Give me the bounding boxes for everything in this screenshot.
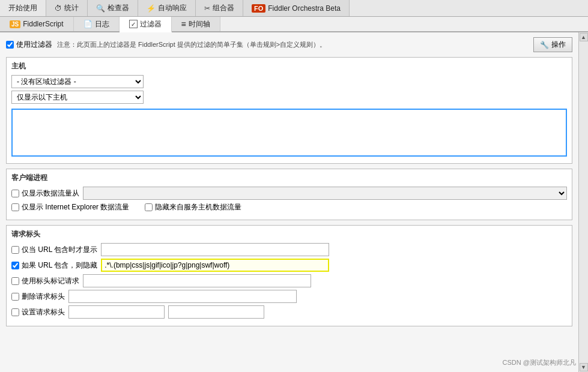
hide-when-url-input[interactable] bbox=[101, 259, 329, 272]
fo-badge: FO bbox=[252, 4, 265, 13]
inspector-icon: 🔍 bbox=[96, 4, 105, 13]
host-textarea[interactable] bbox=[11, 109, 567, 157]
host-display-select[interactable]: 仅显示以下主机 隐藏以下主机 bbox=[11, 91, 144, 104]
ie-traffic-label[interactable]: 仅显示 Internet Explorer 数据流量 bbox=[11, 202, 129, 212]
filter-check-icon: ✓ bbox=[129, 20, 138, 28]
hide-when-url-row: 如果 URL 包含，则隐藏 bbox=[11, 259, 567, 272]
set-header-name-input[interactable] bbox=[68, 305, 165, 319]
request-headers-section: 请求标头 仅当 URL 包含时才显示 如果 URL 包含，则隐藏 bbox=[6, 225, 572, 326]
hide-service-label[interactable]: 隐藏来自服务主机数据流量 bbox=[145, 202, 241, 212]
delete-header-checkbox[interactable] bbox=[11, 293, 19, 301]
main-content: 使用过滤器 注意：此页面上的过滤器是 FiddlerScript 提供的过滤的简… bbox=[0, 32, 588, 372]
tab-timeline-label: 时间轴 bbox=[189, 19, 210, 29]
hide-service-checkbox[interactable] bbox=[145, 203, 153, 211]
action-button[interactable]: 🔧 操作 bbox=[533, 37, 572, 52]
host-section-title: 主机 bbox=[11, 61, 567, 71]
mark-header-row: 使用标头标记请求 bbox=[11, 274, 567, 287]
set-header-label[interactable]: 设置请求标头 bbox=[11, 307, 65, 317]
mark-header-input[interactable] bbox=[83, 274, 311, 287]
tab-composer-label: 组合器 bbox=[213, 3, 234, 13]
tab-log[interactable]: 📄 日志 bbox=[74, 17, 120, 31]
use-filter-label: 使用过滤器 bbox=[16, 40, 52, 50]
hide-when-url-label[interactable]: 如果 URL 包含，则隐藏 bbox=[11, 260, 97, 271]
delete-header-input[interactable] bbox=[68, 290, 297, 303]
set-header-value-input[interactable] bbox=[168, 305, 264, 319]
filter-panel: 使用过滤器 注意：此页面上的过滤器是 FiddlerScript 提供的过滤的简… bbox=[0, 32, 578, 372]
tab-inspector-label: 检查器 bbox=[108, 3, 129, 13]
show-when-url-label[interactable]: 仅当 URL 包含时才显示 bbox=[11, 245, 97, 255]
action-icon: 🔧 bbox=[540, 41, 549, 49]
log-icon: 📄 bbox=[83, 20, 92, 28]
use-filter-checkbox[interactable]: 使用过滤器 bbox=[6, 40, 52, 50]
stats-icon: ⏱ bbox=[55, 4, 62, 13]
tab-start[interactable]: 开始使用 bbox=[0, 0, 46, 16]
show-when-url-checkbox[interactable] bbox=[11, 246, 19, 254]
second-tab-bar: JS FiddlerScript 📄 日志 ✓ 过滤器 ≡ 时间轴 bbox=[0, 17, 588, 32]
tab-fiddler-orchestra[interactable]: FO Fiddler Orchestra Beta bbox=[243, 0, 350, 16]
show-traffic-label[interactable]: 仅显示数据流量从 bbox=[11, 188, 79, 199]
js-badge: JS bbox=[10, 20, 20, 28]
show-traffic-row: 仅显示数据流量从 bbox=[11, 187, 567, 200]
ie-traffic-row: 仅显示 Internet Explorer 数据流量 隐藏来自服务主机数据流量 bbox=[11, 202, 567, 212]
set-header-checkbox[interactable] bbox=[11, 308, 19, 316]
ie-traffic-checkbox[interactable] bbox=[11, 203, 19, 211]
tab-auto-respond-label: 自动响应 bbox=[158, 3, 187, 13]
tab-timeline[interactable]: ≡ 时间轴 bbox=[172, 17, 220, 31]
host-filter-row: - 没有区域过滤器 - 仅显示内网主机 仅显示外网主机 bbox=[11, 75, 567, 88]
mark-header-label[interactable]: 使用标头标记请求 bbox=[11, 276, 79, 286]
client-process-title: 客户端进程 bbox=[11, 173, 567, 183]
show-when-url-input[interactable] bbox=[101, 243, 329, 256]
tab-stats-label: 统计 bbox=[64, 3, 79, 13]
notice-bar: 使用过滤器 注意：此页面上的过滤器是 FiddlerScript 提供的过滤的简… bbox=[6, 37, 572, 52]
watermark: CSDN @测试架构师北凡 bbox=[503, 358, 576, 367]
set-header-row: 设置请求标头 bbox=[11, 305, 567, 319]
tab-filter-label: 过滤器 bbox=[140, 19, 162, 29]
process-select[interactable] bbox=[83, 187, 567, 200]
notice-text: 注意：此页面上的过滤器是 FiddlerScript 提供的过滤的简单子集（单击… bbox=[57, 40, 326, 49]
host-filter-select[interactable]: - 没有区域过滤器 - 仅显示内网主机 仅显示外网主机 bbox=[11, 75, 144, 88]
top-tab-bar: 开始使用 ⏱ 统计 🔍 检查器 ⚡ 自动响应 ✂ 组合器 FO Fiddler … bbox=[0, 0, 588, 17]
action-btn-label: 操作 bbox=[551, 40, 566, 50]
right-scrollbar: ▲ ▼ bbox=[578, 32, 588, 372]
host-display-row: 仅显示以下主机 隐藏以下主机 bbox=[11, 91, 567, 104]
delete-header-row: 删除请求标头 bbox=[11, 290, 567, 303]
tab-start-label: 开始使用 bbox=[8, 3, 37, 13]
show-when-url-row: 仅当 URL 包含时才显示 bbox=[11, 243, 567, 256]
timeline-icon: ≡ bbox=[181, 19, 186, 29]
lightning-icon: ⚡ bbox=[147, 4, 156, 13]
tab-auto-respond[interactable]: ⚡ 自动响应 bbox=[138, 0, 196, 16]
hide-when-url-checkbox[interactable] bbox=[11, 262, 19, 269]
scroll-up-arrow[interactable]: ▲ bbox=[580, 33, 588, 41]
host-section: 主机 - 没有区域过滤器 - 仅显示内网主机 仅显示外网主机 仅显示以下主机 隐… bbox=[6, 57, 572, 164]
request-headers-title: 请求标头 bbox=[11, 229, 567, 239]
tab-fiddler-script[interactable]: JS FiddlerScript bbox=[0, 17, 74, 31]
mark-header-checkbox[interactable] bbox=[11, 277, 19, 285]
tab-filter[interactable]: ✓ 过滤器 bbox=[120, 17, 172, 32]
tab-fiddler-script-label: FiddlerScript bbox=[23, 20, 63, 28]
scroll-down-arrow[interactable]: ▼ bbox=[580, 363, 588, 371]
tab-stats[interactable]: ⏱ 统计 bbox=[46, 0, 88, 16]
client-process-section: 客户端进程 仅显示数据流量从 仅显示 Internet Explorer 数据流… bbox=[6, 169, 572, 220]
tab-fiddler-orchestra-label: Fiddler Orchestra Beta bbox=[268, 4, 341, 13]
tab-composer[interactable]: ✂ 组合器 bbox=[196, 0, 243, 16]
delete-header-label[interactable]: 删除请求标头 bbox=[11, 292, 65, 302]
scissors-icon: ✂ bbox=[204, 4, 210, 13]
use-filter-input[interactable] bbox=[6, 41, 14, 49]
tab-log-label: 日志 bbox=[95, 19, 109, 29]
tab-inspector[interactable]: 🔍 检查器 bbox=[88, 0, 138, 16]
show-traffic-checkbox[interactable] bbox=[11, 190, 19, 197]
